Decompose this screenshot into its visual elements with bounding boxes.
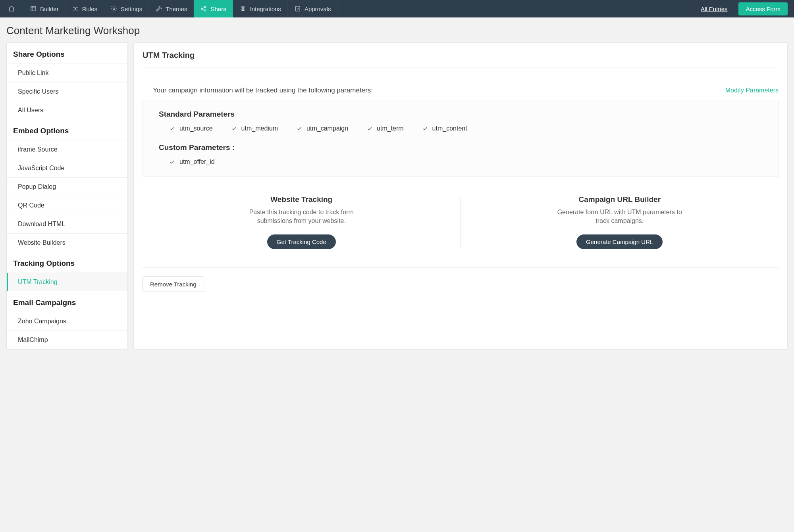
nav-home[interactable] <box>0 0 23 17</box>
nav-label: Builder <box>40 6 59 12</box>
sidebar-item-public-link[interactable]: Public Link <box>7 63 127 82</box>
parameters-box: Standard Parameters utm_source utm_mediu… <box>143 100 779 177</box>
side-heading-email: Email Campaigns <box>7 291 127 312</box>
sidebar-item-utm-tracking[interactable]: UTM Tracking <box>7 273 127 291</box>
main-panel: UTM Tracking Your campaign information w… <box>133 42 788 350</box>
param-label: utm_campaign <box>306 125 348 132</box>
website-tracking-heading: Website Tracking <box>154 195 449 204</box>
approvals-icon <box>294 5 301 12</box>
sidebar-item-mailchimp[interactable]: MailChimp <box>7 330 127 349</box>
side-heading-tracking: Tracking Options <box>7 252 127 273</box>
nav-label: Share <box>210 6 226 12</box>
topnav-left: Builder Rules Settings Themes Share <box>0 0 338 17</box>
check-icon <box>169 125 175 132</box>
modify-parameters-link[interactable]: Modify Parameters <box>725 87 779 94</box>
nav-rules[interactable]: Rules <box>66 0 104 17</box>
all-entries-link[interactable]: All Entries <box>701 6 728 12</box>
layout: Share Options Public Link Specific Users… <box>0 42 794 356</box>
generate-campaign-url-button[interactable]: Generate Campaign URL <box>576 234 663 249</box>
sidebar-item-download-html[interactable]: Download HTML <box>7 215 127 233</box>
sidebar-item-zoho-campaigns[interactable]: Zoho Campaigns <box>7 312 127 330</box>
param-label: utm_offer_id <box>179 158 215 165</box>
rules-icon <box>72 5 79 12</box>
check-icon <box>422 125 428 132</box>
sidebar-item-popup-dialog[interactable]: Popup Dialog <box>7 177 127 196</box>
remove-tracking-button[interactable]: Remove Tracking <box>143 277 204 292</box>
campaign-url-builder-heading: Campaign URL Builder <box>473 195 767 204</box>
param-label: utm_content <box>432 125 467 132</box>
sidebar-item-iframe-source[interactable]: iframe Source <box>7 140 127 159</box>
builder-icon <box>30 5 37 12</box>
nav-label: Approvals <box>304 6 331 12</box>
check-icon <box>231 125 237 132</box>
param-utm-content: utm_content <box>422 125 467 132</box>
custom-params-heading: Custom Parameters : <box>159 143 762 152</box>
sidebar-item-javascript-code[interactable]: JavaScript Code <box>7 159 127 177</box>
website-tracking-card: Website Tracking Paste this tracking cod… <box>143 195 461 249</box>
home-icon <box>8 5 15 12</box>
nav-label: Settings <box>121 6 142 12</box>
svg-rect-0 <box>31 7 36 11</box>
share-icon <box>200 5 207 12</box>
page-title: Content Marketing Workshop <box>0 17 794 42</box>
side-heading-embed: Embed Options <box>7 119 127 140</box>
side-heading-share: Share Options <box>7 43 127 63</box>
topnav: Builder Rules Settings Themes Share <box>0 0 794 17</box>
check-icon <box>366 125 373 132</box>
check-icon <box>169 159 175 165</box>
settings-icon <box>110 5 118 12</box>
param-utm-term: utm_term <box>366 125 404 132</box>
param-label: utm_term <box>377 125 404 132</box>
nav-approvals[interactable]: Approvals <box>288 0 338 17</box>
sidebar-item-website-builders[interactable]: Website Builders <box>7 233 127 252</box>
intro-row: Your campaign information will be tracke… <box>143 67 779 100</box>
standard-params-heading: Standard Parameters <box>159 110 762 119</box>
svg-point-4 <box>205 10 206 11</box>
param-utm-medium: utm_medium <box>231 125 278 132</box>
custom-params-list: utm_offer_id <box>159 158 762 165</box>
check-icon <box>296 125 303 132</box>
param-label: utm_source <box>179 125 213 132</box>
nav-settings[interactable]: Settings <box>104 0 149 17</box>
nav-themes[interactable]: Themes <box>149 0 194 17</box>
horizontal-divider <box>143 267 779 268</box>
campaign-url-builder-desc: Generate form URL with UTM parameters to… <box>554 208 685 226</box>
sidebar-item-qr-code[interactable]: QR Code <box>7 196 127 215</box>
sidebar-item-specific-users[interactable]: Specific Users <box>7 82 127 101</box>
svg-point-3 <box>205 6 206 8</box>
themes-icon <box>155 5 162 12</box>
standard-params-list: utm_source utm_medium utm_campaign utm_t… <box>159 125 762 132</box>
param-utm-offer-id: utm_offer_id <box>169 158 215 165</box>
topnav-right: All Entries Access Form <box>701 0 794 17</box>
param-utm-campaign: utm_campaign <box>296 125 348 132</box>
nav-integrations[interactable]: Integrations <box>233 0 287 17</box>
svg-point-2 <box>201 8 202 9</box>
svg-point-1 <box>113 8 115 10</box>
website-tracking-desc: Paste this tracking code to track form s… <box>236 208 367 226</box>
nav-label: Integrations <box>250 6 281 12</box>
get-tracking-code-button[interactable]: Get Tracking Code <box>267 234 336 249</box>
nav-builder[interactable]: Builder <box>23 0 66 17</box>
sidebar-item-all-users[interactable]: All Users <box>7 101 127 119</box>
param-utm-source: utm_source <box>169 125 213 132</box>
two-column-cards: Website Tracking Paste this tracking cod… <box>143 195 779 249</box>
nav-label: Themes <box>166 6 187 12</box>
param-label: utm_medium <box>241 125 278 132</box>
main-title: UTM Tracking <box>143 43 779 67</box>
nav-share[interactable]: Share <box>194 0 233 17</box>
intro-text: Your campaign information will be tracke… <box>153 86 373 94</box>
sidebar: Share Options Public Link Specific Users… <box>6 42 128 350</box>
nav-label: Rules <box>82 6 97 12</box>
campaign-url-builder-card: Campaign URL Builder Generate form URL w… <box>461 195 779 249</box>
access-form-button[interactable]: Access Form <box>738 2 788 15</box>
integrations-icon <box>239 5 247 12</box>
